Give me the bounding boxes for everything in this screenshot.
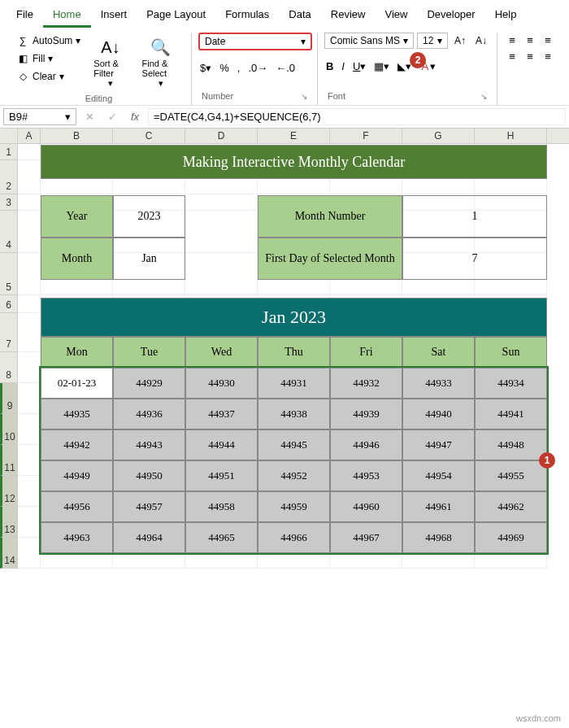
row-header[interactable]: 3	[0, 194, 18, 211]
calendar-cell[interactable]: 44967	[330, 522, 402, 553]
cancel-formula-icon[interactable]: ✕	[80, 111, 99, 123]
menu-insert[interactable]: Insert	[91, 3, 137, 28]
calendar-cell[interactable]: 44943	[113, 429, 185, 460]
font-size-dropdown[interactable]: 12▾	[417, 33, 448, 49]
calendar-cell[interactable]: 44968	[402, 522, 475, 553]
enter-formula-icon[interactable]: ✓	[102, 111, 122, 123]
calendar-cell[interactable]: 44929	[113, 368, 185, 399]
calendar-cell[interactable]: 02-01-23	[41, 368, 113, 399]
clear-button[interactable]: ◇Clear▾	[13, 68, 84, 85]
calendar-cell[interactable]: 44950	[113, 460, 185, 491]
row-header[interactable]: 1	[0, 144, 18, 160]
menu-formulas[interactable]: Formulas	[215, 3, 279, 28]
calendar-cell[interactable]: 44953	[330, 460, 402, 491]
col-header[interactable]: D	[185, 129, 258, 143]
calendar-cell[interactable]: 44941	[475, 399, 547, 429]
fill-button[interactable]: ◧Fill▾	[13, 50, 84, 67]
calendar-cell[interactable]: 44959	[258, 491, 330, 522]
calendar-cell[interactable]: 44944	[185, 429, 258, 460]
currency-icon[interactable]: $▾	[198, 60, 213, 76]
month-value[interactable]: Jan	[113, 238, 185, 280]
comma-icon[interactable]: ,	[236, 60, 242, 76]
row-header[interactable]: 13	[0, 507, 18, 538]
increase-decimal-icon[interactable]: .0→	[246, 60, 269, 76]
menu-page-layout[interactable]: Page Layout	[137, 3, 215, 28]
align-left-icon[interactable]: ≡	[504, 49, 520, 63]
calendar-cell[interactable]: 44955	[475, 460, 547, 491]
row-header[interactable]: 10	[0, 414, 18, 445]
calendar-cell[interactable]: 44942	[41, 429, 113, 460]
year-value[interactable]: 2023	[113, 195, 185, 238]
firstday-value[interactable]: 7	[402, 238, 547, 280]
font-name-dropdown[interactable]: Comic Sans MS▾	[324, 33, 414, 49]
col-header[interactable]: B	[41, 129, 113, 143]
calendar-cell[interactable]: 44956	[41, 491, 113, 522]
number-format-dropdown[interactable]: Date▾	[198, 33, 312, 50]
calendar-cell[interactable]: 44946	[330, 429, 402, 460]
menu-review[interactable]: Review	[321, 3, 376, 28]
calendar-cell[interactable]: 44948	[475, 429, 547, 460]
sort-filter-button[interactable]: A↓ Sort & Filter▾	[89, 33, 132, 92]
row-header[interactable]: 5	[0, 253, 18, 295]
calendar-cell[interactable]: 44951	[185, 460, 258, 491]
calendar-cell[interactable]: 44939	[330, 399, 402, 429]
calendar-cell[interactable]: 44966	[258, 522, 330, 553]
row-header[interactable]: 6	[0, 295, 18, 313]
increase-font-icon[interactable]: A↑	[451, 33, 469, 49]
calendar-cell[interactable]: 44947	[402, 429, 475, 460]
menu-help[interactable]: Help	[485, 3, 527, 28]
row-header[interactable]: 7	[0, 313, 18, 352]
bold-button[interactable]: B	[324, 59, 335, 74]
calendar-cell[interactable]: 44932	[330, 368, 402, 399]
row-header[interactable]: 11	[0, 445, 18, 476]
row-header[interactable]: 4	[0, 211, 18, 253]
calendar-cell[interactable]: 44963	[41, 522, 113, 553]
calendar-cell[interactable]: 44965	[185, 522, 258, 553]
col-header[interactable]	[0, 129, 18, 143]
underline-button[interactable]: U▾	[351, 59, 367, 74]
calendar-cell[interactable]: 44936	[113, 399, 185, 429]
align-top-icon[interactable]: ≡	[504, 33, 520, 47]
calendar-cell[interactable]: 44930	[185, 368, 258, 399]
menu-data[interactable]: Data	[279, 3, 320, 28]
calendar-cell[interactable]: 44969	[475, 522, 547, 553]
percent-icon[interactable]: %	[218, 60, 231, 76]
calendar-cell[interactable]: 44935	[41, 399, 113, 429]
calendar-cell[interactable]: 44957	[113, 491, 185, 522]
calendar-cell[interactable]: 44934	[475, 368, 547, 399]
col-header[interactable]: G	[402, 129, 475, 143]
align-right-icon[interactable]: ≡	[540, 49, 556, 63]
calendar-cell[interactable]: 44933	[402, 368, 475, 399]
calendar-cell[interactable]: 44954	[402, 460, 475, 491]
autosum-button[interactable]: ∑AutoSum▾	[13, 33, 84, 49]
find-select-button[interactable]: 🔍 Find & Select▾	[137, 33, 185, 92]
name-box[interactable]: B9#▾	[3, 108, 76, 125]
row-header[interactable]: 2	[0, 160, 18, 194]
italic-button[interactable]: I	[340, 59, 346, 74]
align-middle-icon[interactable]: ≡	[522, 33, 538, 47]
decrease-decimal-icon[interactable]: ←.0	[274, 60, 297, 76]
dialog-launcher-icon[interactable]: ↘	[301, 92, 307, 101]
row-header[interactable]: 14	[0, 538, 18, 569]
monthnum-value[interactable]: 1	[402, 195, 547, 238]
calendar-cell[interactable]: 44958	[185, 491, 258, 522]
calendar-cell[interactable]: 44945	[258, 429, 330, 460]
row-header[interactable]: 12	[0, 476, 18, 507]
calendar-cell[interactable]: 44964	[113, 522, 185, 553]
calendar-cell[interactable]: 44949	[41, 460, 113, 491]
fx-icon[interactable]: fx	[125, 111, 145, 123]
col-header[interactable]: H	[475, 129, 547, 143]
calendar-body[interactable]: 02-01-2344929449304493144932449334493444…	[41, 368, 547, 553]
calendar-cell[interactable]: 44960	[330, 491, 402, 522]
calendar-cell[interactable]: 44961	[402, 491, 475, 522]
calendar-cell[interactable]: 44937	[185, 399, 258, 429]
menu-developer[interactable]: Developer	[417, 3, 484, 28]
calendar-cell[interactable]: 44952	[258, 460, 330, 491]
col-header[interactable]: F	[330, 129, 402, 143]
align-bottom-icon[interactable]: ≡	[540, 33, 556, 47]
calendar-cell[interactable]: 44931	[258, 368, 330, 399]
decrease-font-icon[interactable]: A↓	[472, 33, 490, 49]
calendar-cell[interactable]: 44940	[402, 399, 475, 429]
calendar-cell[interactable]: 44962	[475, 491, 547, 522]
dialog-launcher-icon[interactable]: ↘	[480, 92, 487, 101]
